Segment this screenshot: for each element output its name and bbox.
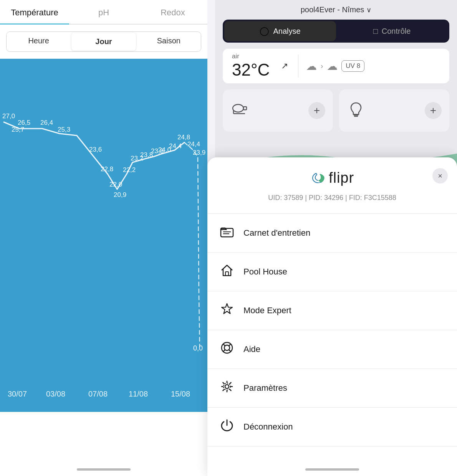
menu-label-expert: Mode Expert — [243, 306, 291, 316]
svg-text:27,0: 27,0 — [2, 112, 15, 120]
weather-arrow-icon: › — [321, 62, 323, 70]
device-card-filter: + — [223, 89, 333, 132]
svg-text:24,4: 24,4 — [169, 142, 182, 150]
modal-close-button[interactable]: × — [432, 168, 448, 183]
right-top-panel: pool4Ever - Nîmes ∨ ◯ Analyse □ Contrôle… — [215, 0, 457, 165]
chevron-down-icon: ∨ — [366, 6, 371, 14]
svg-line-37 — [223, 344, 225, 346]
arrow-up-right-icon: ↗ — [281, 61, 288, 71]
analyse-icon: ◯ — [260, 26, 269, 36]
controle-icon: □ — [373, 27, 378, 36]
home-icon — [219, 263, 235, 280]
flipr-logo-icon — [310, 171, 326, 185]
device-row: + + — [223, 89, 449, 132]
menu-label-parametres: Paramètres — [243, 383, 287, 393]
svg-text:24,4: 24,4 — [187, 140, 200, 148]
left-panel: Température pH Redox Heure Jour Saison — [0, 0, 207, 476]
location-name: pool4Ever - Nîmes — [301, 5, 364, 14]
svg-line-38 — [229, 344, 231, 346]
svg-text:26,4: 26,4 — [40, 119, 53, 126]
svg-point-25 — [233, 104, 243, 112]
light-icon — [347, 100, 365, 122]
controle-btn[interactable]: □ Contrôle — [336, 21, 448, 41]
menu-label-carnet: Carnet d'entretien — [243, 228, 310, 238]
lifebuoy-icon — [219, 341, 235, 358]
time-btn-saison[interactable]: Saison — [137, 32, 201, 51]
svg-text:22,2: 22,2 — [123, 166, 136, 174]
analyse-label: Analyse — [273, 27, 300, 36]
star-icon — [219, 302, 235, 319]
cloud-left-icon: ☁ — [306, 60, 317, 73]
svg-text:23,9: 23,9 — [193, 149, 205, 156]
flipr-logo-text: flipr — [329, 170, 354, 186]
svg-rect-34 — [225, 272, 228, 276]
svg-text:25,7: 25,7 — [12, 126, 24, 133]
svg-text:15/08: 15/08 — [171, 390, 190, 398]
chart-svg: 30/07 03/08 07/08 11/08 15/08 27,0 26,5 … — [0, 59, 207, 412]
modal-overlay: flipr × UID: 37589 | PID: 34296 | FID: F… — [207, 157, 457, 476]
svg-text:0,0: 0,0 — [193, 344, 203, 352]
tab-redox[interactable]: Redox — [138, 0, 207, 24]
mode-toggle: ◯ Analyse □ Contrôle — [223, 20, 449, 43]
analyse-btn[interactable]: ◯ Analyse — [224, 21, 336, 41]
flipr-logo: flipr — [310, 170, 354, 186]
svg-text:26,5: 26,5 — [18, 119, 30, 126]
svg-point-36 — [224, 345, 230, 350]
svg-point-41 — [225, 385, 229, 388]
svg-line-40 — [223, 350, 225, 352]
svg-point-42 — [224, 383, 230, 390]
menu-label-poolhouse: Pool House — [243, 267, 287, 277]
time-btn-jour[interactable]: Jour — [71, 33, 136, 51]
svg-text:30/07: 30/07 — [8, 390, 27, 398]
tab-temperature[interactable]: Température — [0, 0, 69, 24]
weather-row: air 32°C ↗ ☁ › ☁ UV 8 — [223, 49, 449, 83]
svg-text:07/08: 07/08 — [88, 390, 108, 398]
menu-label-aide: Aide — [243, 344, 260, 354]
location-header[interactable]: pool4Ever - Nîmes ∨ — [215, 0, 457, 20]
air-temperature: air 32°C — [232, 53, 270, 79]
menu-item-carnet[interactable]: Carnet d'entretien — [207, 214, 457, 253]
time-btn-heure[interactable]: Heure — [7, 32, 71, 51]
device-card-light: + — [339, 89, 449, 132]
svg-rect-26 — [243, 107, 247, 110]
filter-icon — [230, 100, 249, 122]
menu-item-expert[interactable]: Mode Expert — [207, 291, 457, 330]
home-indicator — [305, 468, 359, 471]
menu-label-deconnexion: Déconnexion — [243, 422, 293, 432]
weather-divider — [298, 55, 298, 78]
uv-badge: UV 8 — [341, 60, 364, 72]
svg-text:25,3: 25,3 — [58, 126, 70, 133]
time-selector: Heure Jour Saison — [6, 31, 201, 52]
weather-conditions: ☁ › ☁ UV 8 — [306, 60, 364, 73]
uid-text: UID: 37589 | PID: 34296 | FID: F3C15588 — [207, 194, 457, 202]
menu-item-poolhouse[interactable]: Pool House — [207, 253, 457, 291]
device-light-add-button[interactable]: + — [425, 102, 442, 119]
power-icon — [219, 418, 235, 435]
temperature-chart: 30/07 03/08 07/08 11/08 15/08 27,0 26,5 … — [0, 59, 207, 412]
tab-ph[interactable]: pH — [69, 0, 138, 24]
svg-text:22,8: 22,8 — [101, 165, 113, 173]
svg-line-39 — [229, 350, 231, 352]
modal-header: flipr × — [207, 157, 457, 194]
gear-icon — [219, 380, 235, 397]
folder-icon — [219, 225, 235, 241]
tab-bar: Température pH Redox — [0, 0, 207, 25]
svg-text:23,6: 23,6 — [89, 146, 102, 153]
svg-text:22,0: 22,0 — [109, 181, 122, 188]
modal-menu: Carnet d'entretien Pool House Mode Exper… — [207, 213, 457, 446]
air-label: air — [232, 53, 270, 60]
air-temperature-value: 32°C — [232, 60, 270, 79]
left-home-indicator — [77, 468, 131, 471]
device-filter-add-button[interactable]: + — [308, 102, 325, 119]
svg-text:11/08: 11/08 — [129, 390, 148, 398]
controle-label: Contrôle — [382, 27, 411, 36]
svg-rect-0 — [0, 59, 207, 412]
cloud-right-icon: ☁ — [327, 60, 338, 73]
svg-text:20,9: 20,9 — [114, 191, 126, 198]
svg-text:24,8: 24,8 — [177, 134, 190, 141]
menu-item-aide[interactable]: Aide — [207, 330, 457, 369]
menu-item-parametres[interactable]: Paramètres — [207, 369, 457, 408]
svg-text:03/08: 03/08 — [46, 390, 65, 398]
menu-item-deconnexion[interactable]: Déconnexion — [207, 408, 457, 446]
